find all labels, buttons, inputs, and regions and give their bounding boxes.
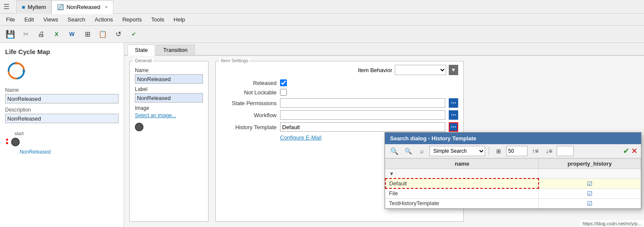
- name-input[interactable]: [5, 94, 119, 103]
- search-icon: 🔍: [390, 147, 399, 155]
- item-settings-title: Item Settings: [219, 58, 250, 63]
- excel-icon: X: [55, 31, 59, 37]
- red-dot-2: [6, 142, 8, 144]
- row-name-cell: TestHistoryTemplate: [385, 198, 539, 208]
- red-dot-1: [6, 139, 8, 141]
- cut-icon: ✂: [23, 30, 29, 38]
- sd-search-button[interactable]: 🔍: [388, 146, 400, 156]
- released-checkbox[interactable]: [280, 79, 287, 86]
- print-icon: 🖨: [38, 30, 45, 38]
- not-lockable-checkbox[interactable]: [280, 89, 287, 96]
- sd-search-type-select[interactable]: Simple Search: [429, 146, 485, 156]
- history-template-dots-button[interactable]: ⋯: [449, 122, 458, 132]
- menu-reports[interactable]: Reports: [118, 15, 146, 24]
- item-behavior-dropdown[interactable]: ▼: [449, 65, 458, 75]
- gen-name-input[interactable]: [135, 74, 203, 84]
- menu-actions[interactable]: Actions: [90, 15, 117, 24]
- not-lockable-label: Not Lockable: [221, 89, 277, 96]
- settings-rows: Released Not Lockable State Permissions …: [221, 79, 458, 141]
- titlebar: ☰ ■ MyItem 🔄 NonReleased ✕: [0, 0, 644, 14]
- word-button[interactable]: W: [65, 28, 79, 40]
- gen-label-input[interactable]: [135, 93, 203, 103]
- tab-nonreleased[interactable]: 🔄 NonReleased ✕: [51, 0, 113, 14]
- table-row[interactable]: Default ☑: [385, 179, 641, 188]
- row-name-cell: File: [385, 188, 539, 198]
- general-title: General: [133, 58, 153, 63]
- row-property-history-cell: ☑: [539, 179, 641, 188]
- tab-transition[interactable]: Transition: [156, 45, 195, 55]
- check-icon: ☑: [587, 190, 593, 197]
- state-permissions-label: State Permissions: [221, 100, 277, 106]
- sd-clear-button[interactable]: 🔍: [402, 146, 414, 156]
- lifecycle-map-title: Life Cycle Map: [5, 48, 119, 55]
- undo-button[interactable]: ↺: [111, 28, 125, 40]
- save-button[interactable]: 💾: [3, 28, 17, 40]
- gen-image-label: Image: [135, 105, 203, 111]
- gen-label-label: Label: [135, 86, 203, 92]
- menu-tools[interactable]: Tools: [147, 15, 168, 24]
- item-behavior-row: Item Behavior ▼: [221, 65, 458, 75]
- item-behavior-select[interactable]: [395, 65, 446, 75]
- nonreleased-tab-icon: 🔄: [57, 4, 64, 10]
- print-button[interactable]: 🖨: [34, 28, 48, 40]
- gen-circle-icon: [135, 123, 143, 131]
- adv-search-icon: ⌕: [420, 148, 423, 154]
- not-lockable-row: Not Lockable: [221, 89, 458, 96]
- myitem-icon: ■: [22, 4, 25, 10]
- tab-myitem[interactable]: ■ MyItem: [16, 0, 51, 14]
- excel-button[interactable]: X: [50, 28, 63, 40]
- paste-icon: 📋: [98, 30, 107, 38]
- search-results-table: name property_history ▼ Default: [385, 158, 641, 209]
- filter-arrow-icon[interactable]: ▼: [389, 171, 394, 177]
- hamburger-icon[interactable]: ☰: [3, 3, 9, 11]
- state-permissions-row: State Permissions ⋯: [221, 98, 458, 108]
- row-property-history-cell: ☑: [539, 198, 641, 208]
- state-permissions-input[interactable]: [280, 98, 445, 108]
- table-row[interactable]: File ☑: [385, 188, 641, 198]
- filter-name-cell: ▼: [385, 169, 539, 179]
- close-tab-icon[interactable]: ✕: [104, 5, 108, 9]
- history-template-input[interactable]: [280, 122, 445, 132]
- filter-property-cell: [539, 169, 641, 179]
- menu-help[interactable]: Help: [170, 15, 190, 24]
- table-row[interactable]: TestHistoryTemplate ☑: [385, 198, 641, 208]
- workflow-input[interactable]: [280, 110, 445, 120]
- desc-input[interactable]: [5, 114, 119, 123]
- select-image-link[interactable]: Select an image...: [135, 112, 176, 118]
- search-dialog: Search dialog - History Template 🔍 🔍 ⌕ S…: [385, 132, 641, 209]
- menu-edit[interactable]: Edit: [20, 15, 38, 24]
- col-property-history-header: property_history: [539, 159, 641, 169]
- item-behavior-label: Item Behavior: [358, 67, 392, 73]
- myitem-label: MyItem: [28, 4, 46, 10]
- tab-state[interactable]: State: [128, 45, 155, 56]
- row-property-history-cell: ☑: [539, 188, 641, 198]
- commit-button[interactable]: ✔: [127, 28, 140, 40]
- sd-confirm-button[interactable]: ✔: [623, 146, 629, 156]
- cut-button[interactable]: ✂: [19, 28, 33, 40]
- sd-page-input[interactable]: [557, 146, 574, 156]
- sd-sort-desc-button[interactable]: ↓≡: [543, 146, 555, 156]
- sd-columns-button[interactable]: ⊞: [492, 146, 504, 156]
- desc-label: Description: [5, 107, 119, 113]
- left-panel: Life Cycle Map Name Description start: [0, 43, 124, 227]
- node-label: NonReleased: [5, 149, 65, 155]
- menu-file[interactable]: File: [2, 15, 19, 24]
- paste-button[interactable]: 📋: [96, 28, 110, 40]
- tab-bar: State Transition: [124, 43, 644, 56]
- node-start-label: start: [15, 131, 24, 136]
- menu-views[interactable]: Views: [39, 15, 62, 24]
- copy-button[interactable]: ⊞: [80, 28, 94, 40]
- sd-cancel-button[interactable]: ✕: [631, 146, 638, 156]
- search-dialog-title: Search dialog - History Template: [390, 135, 476, 142]
- sd-sort-asc-button[interactable]: ↑≡: [529, 146, 541, 156]
- configure-email-link[interactable]: Configure E-Mail: [280, 134, 322, 141]
- workflow-dots-button[interactable]: ⋯: [449, 110, 458, 120]
- workflow-label: Workflow: [221, 112, 277, 118]
- released-label: Released: [221, 80, 277, 86]
- sd-adv-search-button[interactable]: ⌕: [416, 146, 428, 156]
- state-permissions-dots-button[interactable]: ⋯: [449, 98, 458, 108]
- menu-search[interactable]: Search: [63, 15, 89, 24]
- sd-count-input[interactable]: [506, 146, 528, 156]
- undo-icon: ↺: [116, 30, 121, 38]
- menubar: File Edit Views Search Actions Reports T…: [0, 14, 644, 26]
